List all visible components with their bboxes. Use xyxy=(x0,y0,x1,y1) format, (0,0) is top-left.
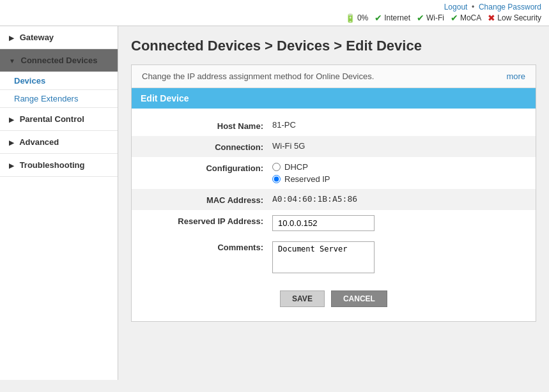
internet-icon: ✔ xyxy=(375,13,382,23)
configuration-value: DHCP Reserved IP xyxy=(272,162,523,184)
reserved-ip-address-label: Reserved IP Address: xyxy=(144,215,272,226)
battery-value: 0% xyxy=(357,13,368,22)
connection-label: Connection: xyxy=(144,141,272,152)
content-card: Change the IP address assignment method … xyxy=(131,64,536,322)
cancel-button[interactable]: CANCEL xyxy=(331,290,387,307)
edit-device-form: Host Name: 81-PC Connection: Wi-Fi 5G Co… xyxy=(132,109,536,321)
info-bar: Change the IP address assignment method … xyxy=(132,65,536,88)
reserved-ip-address-input-wrapper xyxy=(272,215,523,231)
sidebar-item-connected-devices[interactable]: ▼ Connected Devices xyxy=(0,49,118,72)
mac-address-label: MAC Address: xyxy=(144,194,272,205)
reserved-ip-address-input[interactable] xyxy=(272,215,375,231)
comments-textarea[interactable]: Document Server xyxy=(272,241,375,273)
host-name-row: Host Name: 81-PC xyxy=(132,115,536,136)
sidebar-subitem-range-extenders[interactable]: Range Extenders xyxy=(0,90,118,108)
mac-address-row: MAC Address: A0:04:60:1B:A5:86 xyxy=(132,189,536,210)
wifi-label: Wi-Fi xyxy=(426,13,444,22)
sidebar-item-parental-control-label: Parental Control xyxy=(20,114,84,124)
battery-icon: 🔋 xyxy=(345,13,355,23)
reserved-ip-radio[interactable] xyxy=(272,175,281,183)
reserved-ip-address-row: Reserved IP Address: xyxy=(132,210,536,236)
connection-row: Connection: Wi-Fi 5G xyxy=(132,136,536,157)
troubleshooting-arrow-icon: ▶ xyxy=(9,162,14,169)
comments-row: Comments: Document Server xyxy=(132,236,536,280)
wifi-status: ✔ Wi-Fi xyxy=(417,13,444,23)
sidebar-subitem-range-extenders-label: Range Extenders xyxy=(14,94,78,103)
battery-status: 🔋 0% xyxy=(345,13,368,23)
change-password-link[interactable]: Change Password xyxy=(479,3,541,11)
moca-status: ✔ MoCA xyxy=(451,13,481,23)
sidebar-item-gateway[interactable]: ▶ Gateway xyxy=(0,26,118,49)
sidebar-item-connected-devices-label: Connected Devices xyxy=(21,56,98,65)
configuration-label: Configuration: xyxy=(144,162,272,173)
connected-devices-arrow-icon: ▼ xyxy=(9,57,15,64)
main-content: Connected Devices > Devices > Edit Devic… xyxy=(118,26,549,380)
sidebar-item-troubleshooting[interactable]: ▶ Troubleshooting xyxy=(0,154,118,177)
configuration-radio-group: DHCP Reserved IP xyxy=(272,162,523,184)
reserved-ip-radio-item: Reserved IP xyxy=(272,174,523,184)
logout-link[interactable]: Logout xyxy=(444,3,468,11)
sidebar-subitem-devices[interactable]: Devices xyxy=(0,72,118,90)
reserved-ip-label: Reserved IP xyxy=(284,174,330,184)
page-title: Connected Devices > Devices > Edit Devic… xyxy=(131,38,536,54)
info-bar-text: Change the IP address assignment method … xyxy=(142,72,374,81)
gateway-arrow-icon: ▶ xyxy=(9,34,14,41)
sidebar-item-advanced-label: Advanced xyxy=(19,137,59,147)
moca-label: MoCA xyxy=(460,13,481,22)
sidebar-item-advanced[interactable]: ▶ Advanced xyxy=(0,131,118,154)
moca-icon: ✔ xyxy=(451,13,458,23)
configuration-row: Configuration: DHCP Reserved IP xyxy=(132,157,536,189)
internet-status: ✔ Internet xyxy=(375,13,410,23)
mac-address-value: A0:04:60:1B:A5:86 xyxy=(272,194,523,204)
top-bar-links: Logout • Change Password xyxy=(0,3,541,11)
form-buttons: SAVE CANCEL xyxy=(132,280,536,315)
top-bar: Logout • Change Password 🔋 0% ✔ Internet… xyxy=(0,0,549,26)
host-name-label: Host Name: xyxy=(144,120,272,131)
dhcp-radio-item: DHCP xyxy=(272,162,523,172)
edit-device-section-header: Edit Device xyxy=(132,88,536,109)
sidebar-item-parental-control[interactable]: ▶ Parental Control xyxy=(0,108,118,131)
wifi-icon: ✔ xyxy=(417,13,424,23)
top-bar-status: 🔋 0% ✔ Internet ✔ Wi-Fi ✔ MoCA ✖ Low Sec… xyxy=(0,13,541,23)
dhcp-radio[interactable] xyxy=(272,163,281,171)
connection-value: Wi-Fi 5G xyxy=(272,141,523,151)
dhcp-label: DHCP xyxy=(284,162,308,172)
comments-label: Comments: xyxy=(144,241,272,252)
more-link[interactable]: more xyxy=(506,72,525,81)
sidebar-item-troubleshooting-label: Troubleshooting xyxy=(20,160,85,170)
sidebar: ▶ Gateway ▼ Connected Devices Devices Ra… xyxy=(0,26,118,380)
internet-label: Internet xyxy=(384,13,410,22)
save-button[interactable]: SAVE xyxy=(280,290,325,307)
advanced-arrow-icon: ▶ xyxy=(9,139,14,146)
sidebar-subitem-devices-label: Devices xyxy=(14,76,45,86)
low-security-label: Low Security xyxy=(497,13,541,22)
sidebar-item-gateway-label: Gateway xyxy=(20,33,54,42)
layout: ▶ Gateway ▼ Connected Devices Devices Ra… xyxy=(0,26,549,380)
comments-value-wrapper: Document Server xyxy=(272,241,523,275)
host-name-value: 81-PC xyxy=(272,120,523,130)
parental-control-arrow-icon: ▶ xyxy=(9,116,14,123)
low-security-status: ✖ Low Security xyxy=(488,13,541,23)
low-security-icon: ✖ xyxy=(488,13,495,23)
